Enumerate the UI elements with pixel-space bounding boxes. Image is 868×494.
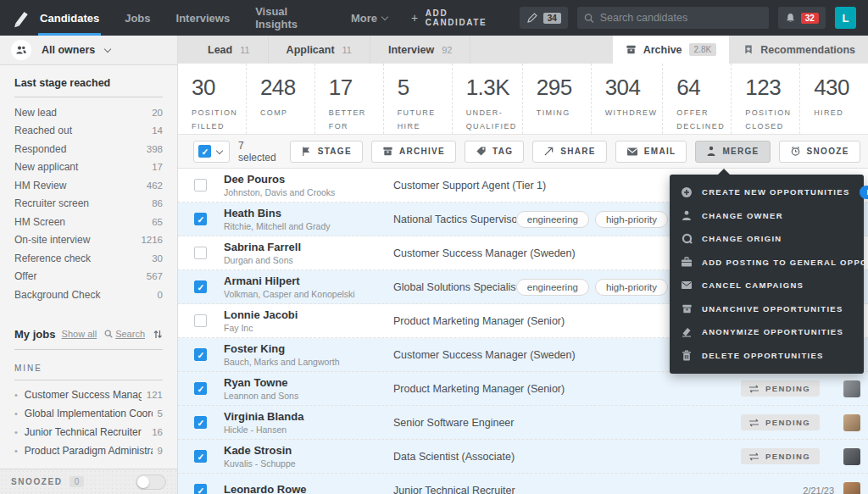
lever-logo-icon <box>8 7 31 29</box>
sidebar-stage-item[interactable]: HM Screen65 <box>14 213 163 231</box>
menu-item-unarchive-opportunities[interactable]: UNARCHIVE OPPORTUNITIES <box>670 297 864 321</box>
stat-under-qualified[interactable]: 1.3KUNDER-QUALIFIED <box>453 64 523 134</box>
candidate-row[interactable]: Virginia BlandaHickle - Hansen Senior So… <box>178 406 868 440</box>
stat-hired[interactable]: 430HIRED <box>800 64 868 134</box>
candidate-row[interactable]: Leonardo Rowe Junior Technical Recruiter… <box>178 474 868 494</box>
sidebar-job-item[interactable]: •Product Paradigm Administrator9 <box>14 441 163 460</box>
snooze-button[interactable]: SNOOZE <box>779 141 860 163</box>
stat-future-hire[interactable]: 5FUTURE HIRE <box>384 64 453 134</box>
row-checkbox[interactable] <box>194 484 207 494</box>
tab-recommendations[interactable]: Recommendations <box>729 36 868 64</box>
sidebar-stage-item[interactable]: Background Check0 <box>14 286 163 304</box>
sort-icon[interactable] <box>153 329 163 340</box>
sidebar-stage-item[interactable]: Responded398 <box>14 140 163 158</box>
stat-label: COMP <box>260 107 309 120</box>
job-label: Product Paradigm Administrator <box>25 445 153 457</box>
stage-count: 398 <box>147 144 163 154</box>
sidebar-stage-item[interactable]: Recruiter screen86 <box>14 195 163 214</box>
swap-arrows-icon <box>748 452 760 461</box>
candidate-row[interactable]: Kade StrosinKuvalis - Schuppe Data Scien… <box>178 440 868 474</box>
button-label: SHARE <box>560 147 596 156</box>
jobs-search-link[interactable]: Search <box>104 329 145 339</box>
row-checkbox[interactable] <box>194 450 207 463</box>
email-button[interactable]: EMAIL <box>615 141 687 163</box>
menu-item-cancel-campaigns[interactable]: CANCEL CAMPAIGNS <box>670 274 864 297</box>
nav-tab-jobs[interactable]: Jobs <box>123 0 152 36</box>
stat-label: TIMING <box>537 107 586 120</box>
row-checkbox[interactable] <box>194 314 207 327</box>
lever-logo[interactable] <box>0 0 38 36</box>
tag-pill[interactable]: high-priority <box>595 211 668 228</box>
menu-item-delete-opportunities[interactable]: DELETE OPPORTUNITIES <box>670 344 864 368</box>
menu-item-change-owner[interactable]: CHANGE OWNER <box>670 204 864 228</box>
sidebar-stage-item[interactable]: Reached out14 <box>14 122 163 141</box>
snoozed-count-badge: 0 <box>70 476 85 487</box>
user-avatar[interactable]: L <box>835 7 856 29</box>
archive-button[interactable]: ARCHIVE <box>371 141 456 163</box>
select-all-checkbox[interactable] <box>198 145 211 158</box>
nav-tab-candidates[interactable]: Candidates <box>38 0 101 36</box>
notifications-button[interactable]: 32 <box>778 7 826 29</box>
search-input[interactable] <box>600 12 762 24</box>
tab-lead[interactable]: Lead11 <box>178 36 269 64</box>
row-checkbox[interactable] <box>194 416 207 429</box>
menu-item-label: CREATE NEW OPPORTUNITIES <box>702 187 850 197</box>
candidate-name: Armani Hilpert <box>224 275 393 287</box>
row-checkbox[interactable] <box>194 280 207 293</box>
snoozed-toggle[interactable] <box>136 475 166 490</box>
sidebar-job-item[interactable]: •Global Implementation Coordin…5 <box>14 404 163 423</box>
nav-tab-interviews[interactable]: Interviews <box>175 0 232 36</box>
row-checkbox[interactable] <box>194 179 207 191</box>
menu-item-anonymize-opportunities[interactable]: ANONYMIZE OPPORTUNITIES <box>670 320 864 344</box>
bell-icon <box>785 12 796 24</box>
select-all-control[interactable] <box>193 141 230 163</box>
tab-archive[interactable]: Archive 2.8K <box>613 36 729 64</box>
sidebar-stage-item[interactable]: On-site interview1216 <box>14 231 163 250</box>
my-jobs-header: My jobs Show all Search <box>14 328 163 350</box>
stat-withdrew[interactable]: 304WITHDREW <box>592 64 664 134</box>
row-checkbox[interactable] <box>194 213 207 225</box>
stage-label: Recruiter screen <box>14 197 89 209</box>
row-checkbox[interactable] <box>194 348 207 361</box>
last-stage-reached-header: Last stage reached <box>14 77 163 97</box>
candidate-row[interactable]: Ryan TowneLeannon and Sons Product Marke… <box>178 372 868 406</box>
menu-item-change-origin[interactable]: CHANGE ORIGIN <box>670 227 864 251</box>
tab-interview[interactable]: Interview92 <box>370 36 470 64</box>
tag-button[interactable]: TAG <box>465 141 524 163</box>
menu-item-create-new-opportunities[interactable]: CREATE NEW OPPORTUNITIES NEW <box>670 180 864 204</box>
stat-offer-declined[interactable]: 64OFFER DECLINED <box>663 64 732 134</box>
tag-pill[interactable]: high-priority <box>595 279 668 296</box>
share-button[interactable]: SHARE <box>532 141 607 163</box>
menu-item-label: CHANGE OWNER <box>702 211 783 220</box>
show-all-link[interactable]: Show all <box>62 329 97 339</box>
stat-comp[interactable]: 248COMP <box>247 64 315 134</box>
tag-icon <box>476 146 487 157</box>
nav-tab-more[interactable]: More <box>349 0 389 36</box>
sidebar-job-item[interactable]: •Customer Success Manager (…121 <box>14 386 163 404</box>
plus-icon: + <box>411 11 420 25</box>
stat-timing[interactable]: 295TIMING <box>523 64 592 134</box>
compose-button[interactable]: 34 <box>520 7 568 29</box>
tab-applicant[interactable]: Applicant11 <box>269 36 370 64</box>
nav-tab-visual-insights[interactable]: Visual Insights <box>253 0 327 36</box>
sidebar-job-item[interactable]: •Junior Technical Recruiter16 <box>14 423 163 441</box>
stage-button[interactable]: STAGE <box>290 141 363 163</box>
menu-item-add-posting-to-general-opportunities[interactable]: ADD POSTING TO GENERAL OPPORTUNITIES <box>670 251 864 275</box>
row-checkbox[interactable] <box>194 247 207 259</box>
merge-button[interactable]: MERGE <box>695 141 770 163</box>
stat-position-filled[interactable]: 30POSITION FILLED <box>178 64 247 134</box>
sidebar-stage-item[interactable]: Offer567 <box>14 268 163 286</box>
row-checkbox[interactable] <box>194 382 207 395</box>
sidebar-stage-item[interactable]: HM Review462 <box>14 176 163 195</box>
sidebar-stage-item[interactable]: Reference check30 <box>14 249 163 268</box>
stat-position-closed[interactable]: 123POSITION CLOSED <box>732 64 800 134</box>
owner-filter[interactable]: All owners <box>0 36 177 65</box>
tag-pill[interactable]: engineering <box>516 211 589 228</box>
stat-better-for-another-role[interactable]: 17BETTER FOR ANOTHER ROLE <box>315 64 384 134</box>
stage-count: 30 <box>152 253 163 264</box>
candidate-name: Lonnie Jacobi <box>224 308 393 321</box>
add-candidate-button[interactable]: + ADD CANDIDATE <box>411 8 510 27</box>
sidebar-stage-item[interactable]: New applicant17 <box>14 158 163 177</box>
tag-pill[interactable]: engineering <box>516 279 589 296</box>
sidebar-stage-item[interactable]: New lead20 <box>14 103 163 122</box>
